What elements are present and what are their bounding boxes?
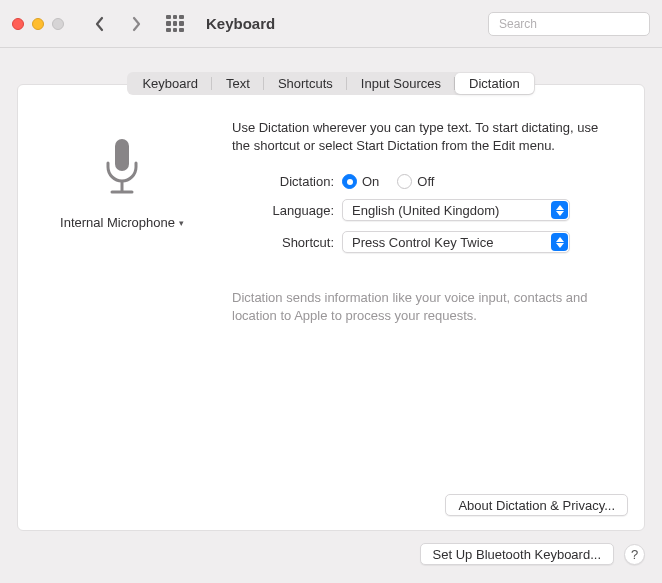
toolbar: Keyboard (0, 0, 662, 48)
language-value: English (United Kingdom) (352, 203, 499, 218)
shortcut-select[interactable]: Press Control Key Twice (342, 231, 570, 253)
shortcut-label: Shortcut: (232, 235, 334, 250)
about-privacy-button[interactable]: About Dictation & Privacy... (445, 494, 628, 516)
setup-bluetooth-keyboard-button[interactable]: Set Up Bluetooth Keyboard... (420, 543, 614, 565)
tab-keyboard[interactable]: Keyboard (128, 73, 212, 94)
radio-unchecked-icon (397, 174, 412, 189)
tab-dictation[interactable]: Dictation (455, 73, 534, 94)
help-button[interactable]: ? (624, 544, 645, 565)
nav-back-button[interactable] (86, 12, 114, 36)
minimize-window-button[interactable] (32, 18, 44, 30)
window-title: Keyboard (206, 15, 275, 32)
on-label: On (362, 174, 379, 189)
dictation-on-radio[interactable]: On (342, 174, 379, 189)
tab-input-sources[interactable]: Input Sources (347, 73, 455, 94)
svg-marker-7 (556, 237, 564, 242)
updown-arrows-icon (551, 233, 568, 251)
language-label: Language: (232, 203, 334, 218)
nav-forward-button[interactable] (122, 12, 150, 36)
shortcut-value: Press Control Key Twice (352, 235, 493, 250)
svg-marker-6 (556, 211, 564, 216)
dictation-label: Dictation: (232, 174, 334, 189)
zoom-window-button[interactable] (52, 18, 64, 30)
microphone-label: Internal Microphone (60, 215, 175, 230)
updown-arrows-icon (551, 201, 568, 219)
svg-rect-2 (115, 139, 129, 171)
search-input[interactable] (499, 17, 649, 31)
chevron-right-icon (131, 16, 141, 32)
intro-text: Use Dictation wherever you can type text… (232, 119, 618, 154)
show-all-preferences-button[interactable] (166, 15, 184, 33)
svg-marker-8 (556, 243, 564, 248)
dictation-panel: Internal Microphone ▾ Use Dictation wher… (17, 84, 645, 531)
language-select[interactable]: English (United Kingdom) (342, 199, 570, 221)
window-controls (12, 18, 64, 30)
dictation-off-radio[interactable]: Off (397, 174, 434, 189)
privacy-note: Dictation sends information like your vo… (232, 289, 618, 324)
microphone-icon (98, 137, 146, 201)
search-field[interactable] (488, 12, 650, 36)
chevron-down-icon: ▾ (179, 218, 184, 228)
off-label: Off (417, 174, 434, 189)
radio-checked-icon (342, 174, 357, 189)
microphone-selector[interactable]: Internal Microphone ▾ (60, 215, 184, 230)
svg-marker-5 (556, 205, 564, 210)
tab-bar: Keyboard Text Shortcuts Input Sources Di… (0, 72, 662, 95)
tab-shortcuts[interactable]: Shortcuts (264, 73, 347, 94)
chevron-left-icon (95, 16, 105, 32)
close-window-button[interactable] (12, 18, 24, 30)
tab-text[interactable]: Text (212, 73, 264, 94)
